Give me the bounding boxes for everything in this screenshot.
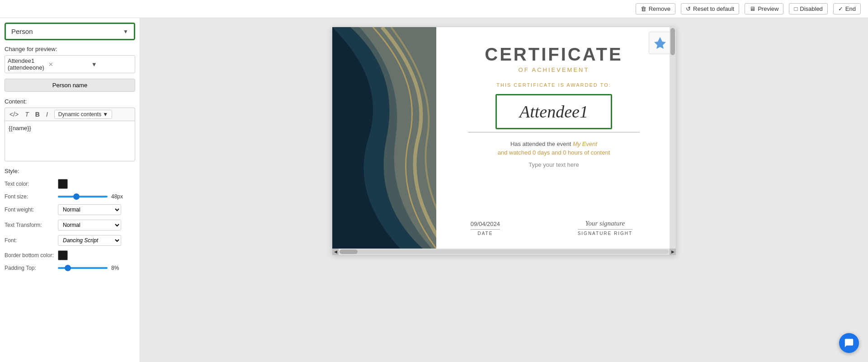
- person-name-button[interactable]: Person name: [5, 79, 135, 92]
- code-button[interactable]: </>: [8, 110, 20, 119]
- certificate-container: CERTIFICATE OF ACHIEVEMENT THIS CERTIFIC…: [332, 27, 676, 255]
- left-panel: Person ▼ Change for preview: Attendee1 (…: [0, 18, 140, 362]
- text-transform-select[interactable]: Normal Uppercase Lowercase: [58, 220, 121, 230]
- certificate-signature-label: SIGNATURE RIGHT: [578, 229, 632, 236]
- font-weight-row: Font weight: Normal Bold Light: [5, 204, 135, 215]
- font-weight-select[interactable]: Normal Bold Light: [58, 204, 121, 215]
- content-section-label: Content:: [5, 98, 135, 105]
- chat-bubble-button[interactable]: [839, 333, 859, 353]
- disabled-label: Disabled: [800, 5, 823, 12]
- reset-label: Reset to default: [693, 5, 734, 12]
- padding-top-label: Padding Top:: [5, 265, 54, 271]
- font-label: Font:: [5, 237, 54, 244]
- padding-top-row: Padding Top: 8%: [5, 265, 135, 271]
- font-size-label: Font size:: [5, 193, 54, 200]
- reset-icon: ↺: [686, 5, 691, 12]
- certificate-divider-line: [468, 132, 640, 132]
- certificate-placeholder-text: Type your text here: [528, 161, 579, 168]
- attended-prefix: Has attended the event: [510, 141, 573, 147]
- certificate-subtitle: OF ACHIEVEMENT: [519, 66, 590, 73]
- editor-toolbar: </> T B I Dynamic contents ▼: [5, 108, 135, 121]
- certificate-name-box: Attendee1: [495, 94, 612, 129]
- disabled-icon: □: [794, 5, 797, 12]
- toolbar: 🗑 Remove ↺ Reset to default 🖥 Preview □ …: [0, 0, 868, 18]
- certificate-title: CERTIFICATE: [485, 44, 623, 65]
- border-bottom-color-row: Border bottom color:: [5, 250, 135, 260]
- preview-select[interactable]: Attendee1 (attendeeone) ✕ ▼: [5, 55, 135, 73]
- preview-label: Preview: [758, 5, 778, 12]
- certificate-preview: CERTIFICATE OF ACHIEVEMENT THIS CERTIFIC…: [332, 27, 676, 249]
- text-transform-label: Text Transform:: [5, 222, 54, 228]
- certificate-footer: 09/04/2024 DATE Your signature SIGNATURE…: [432, 220, 671, 236]
- text-color-row: Text color:: [5, 179, 135, 189]
- attendee-value: Attendee1 (attendeeone): [8, 57, 48, 71]
- remove-label: Remove: [649, 5, 670, 12]
- clear-attendee-button[interactable]: ✕: [48, 61, 89, 68]
- dynamic-contents-button[interactable]: Dynamic contents ▼: [54, 110, 112, 119]
- checkmark-icon: ✓: [838, 5, 843, 12]
- font-select[interactable]: Dancing Script Arial Georgia: [58, 235, 121, 246]
- editor-text: {{name}}: [9, 125, 31, 132]
- change-preview-label: Change for preview:: [5, 46, 135, 52]
- italic-button[interactable]: I: [44, 110, 50, 119]
- border-bottom-color-label: Border bottom color:: [5, 252, 54, 259]
- main-area: Person ▼ Change for preview: Attendee1 (…: [0, 18, 868, 362]
- dynamic-contents-label: Dynamic contents: [58, 111, 101, 118]
- end-button[interactable]: ✓ End: [833, 3, 861, 14]
- certificate-watched-text: and watched 0 days and 0 hours of conten…: [498, 149, 610, 156]
- scroll-track[interactable]: [340, 249, 669, 254]
- cert-vertical-scrollbar[interactable]: [670, 27, 676, 249]
- chevron-down-icon: ▼: [123, 28, 128, 35]
- certificate-signature-text: Your signature: [578, 220, 632, 227]
- scroll-left-button[interactable]: ◀: [332, 249, 339, 255]
- person-selector[interactable]: Person ▼: [5, 23, 135, 40]
- person-selector-label: Person: [11, 28, 33, 35]
- font-size-row: Font size: 48px: [5, 193, 135, 200]
- padding-top-slider[interactable]: [58, 267, 108, 269]
- editor-content-area[interactable]: {{name}}: [5, 121, 135, 161]
- certificate-date: 09/04/2024: [471, 221, 500, 227]
- preview-button[interactable]: 🖥 Preview: [745, 3, 783, 14]
- padding-top-value: 8%: [111, 265, 119, 271]
- chat-icon: [844, 338, 854, 348]
- font-size-slider[interactable]: [58, 196, 108, 197]
- attendee-dropdown-icon[interactable]: ▼: [91, 61, 132, 68]
- style-section-label: Style:: [5, 168, 135, 174]
- text-color-swatch[interactable]: [58, 179, 68, 189]
- right-area: CERTIFICATE OF ACHIEVEMENT THIS CERTIFIC…: [140, 18, 868, 362]
- certificate-awarded-text: THIS CERTIFICATE IS AWARDED TO:: [496, 82, 611, 88]
- italic-t-button[interactable]: T: [23, 110, 31, 119]
- bold-button[interactable]: B: [33, 110, 42, 119]
- cert-scrollbar-thumb[interactable]: [670, 28, 675, 55]
- scroll-right-button[interactable]: ▶: [670, 249, 676, 255]
- certificate-content: CERTIFICATE OF ACHIEVEMENT THIS CERTIFIC…: [332, 27, 676, 249]
- disabled-button[interactable]: □ Disabled: [789, 3, 827, 14]
- text-transform-row: Text Transform: Normal Uppercase Lowerca…: [5, 220, 135, 230]
- event-name: My Event: [573, 141, 597, 147]
- remove-icon: 🗑: [641, 5, 646, 12]
- font-size-value: 48px: [111, 193, 123, 200]
- font-row: Font: Dancing Script Arial Georgia: [5, 235, 135, 246]
- cert-horizontal-scrollbar[interactable]: ◀ ▶: [332, 249, 676, 255]
- dynamic-contents-arrow-icon: ▼: [103, 111, 108, 118]
- certificate-date-label: DATE: [471, 229, 500, 236]
- font-weight-label: Font weight:: [5, 207, 54, 213]
- remove-button[interactable]: 🗑 Remove: [636, 3, 675, 14]
- certificate-attended-text: Has attended the event My Event: [510, 140, 597, 149]
- border-bottom-color-swatch[interactable]: [58, 250, 68, 260]
- person-name-btn-label: Person name: [52, 82, 87, 89]
- reset-button[interactable]: ↺ Reset to default: [681, 3, 739, 14]
- text-color-label: Text color:: [5, 181, 54, 187]
- certificate-signature-block: Your signature SIGNATURE RIGHT: [578, 220, 632, 236]
- preview-icon: 🖥: [750, 5, 755, 12]
- certificate-name: Attendee1: [519, 102, 588, 122]
- scroll-thumb[interactable]: [340, 249, 358, 254]
- certificate-date-block: 09/04/2024 DATE: [471, 221, 500, 236]
- end-label: End: [845, 5, 856, 12]
